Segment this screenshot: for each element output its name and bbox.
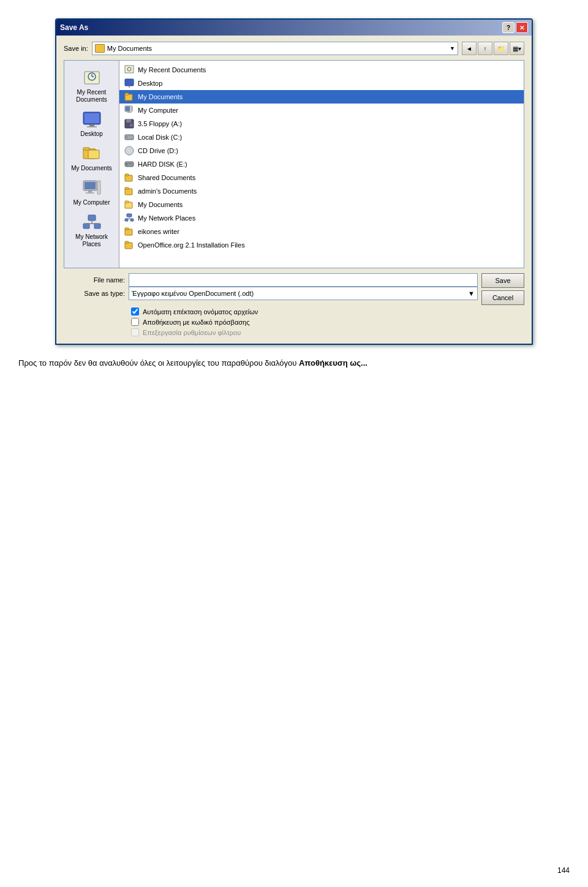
list-item[interactable]: My Recent Documents (119, 63, 524, 77)
list-item[interactable]: My Network Places (119, 211, 524, 225)
svg-rect-50 (130, 219, 134, 221)
svg-rect-25 (129, 86, 130, 88)
list-item[interactable]: Desktop (119, 77, 524, 90)
svg-rect-12 (85, 182, 96, 189)
filetype-dropdown-arrow: ▼ (468, 290, 475, 297)
svg-rect-6 (89, 124, 94, 126)
dropdown-arrow-icon: ▼ (450, 45, 455, 51)
localdisk-file-icon (124, 132, 134, 142)
svg-point-38 (128, 149, 130, 152)
help-button[interactable]: ? (502, 22, 514, 33)
page-number: 144 (557, 866, 570, 875)
sidebar-desktop-label: Desktop (80, 130, 103, 138)
svg-point-40 (126, 164, 128, 165)
sidebar-item-mycomp[interactable]: My Computer (67, 176, 116, 209)
cancel-button[interactable]: Cancel (481, 290, 524, 305)
save-in-dropdown[interactable]: My Documents ▼ (92, 42, 458, 55)
list-item[interactable]: Local Disk (C:) (119, 130, 524, 144)
autoext-checkbox[interactable] (131, 308, 139, 315)
svg-rect-14 (86, 192, 94, 194)
action-buttons: Save Cancel (481, 273, 524, 305)
file-list-panel[interactable]: My Recent Documents Desktop (119, 61, 524, 268)
views-button[interactable]: ▦▾ (510, 42, 524, 55)
title-bar: Save As ? ✕ (56, 20, 532, 36)
sidebar-mydocs-label: My Documents (71, 165, 112, 172)
harddisk-file-icon (124, 159, 134, 169)
list-item[interactable]: CD Drive (D:) (119, 144, 524, 157)
back-button[interactable]: ◄ (462, 42, 477, 55)
filetype-label: Save as type: (64, 290, 125, 297)
mycomp-icon (82, 178, 102, 198)
svg-rect-15 (97, 181, 100, 194)
mycomp-file-icon (124, 105, 134, 115)
network-file-icon (124, 213, 134, 223)
filename-row: File name: (64, 273, 478, 287)
save-as-dialog: Save As ? ✕ Save in: My Documents ▼ ◄ ↑ (55, 18, 533, 345)
list-item[interactable]: eikones writer (119, 225, 524, 238)
desktop-file-icon (124, 78, 134, 88)
up-folder-button[interactable]: ↑ (478, 42, 492, 55)
sidebar-item-mydocs[interactable]: My Documents (67, 142, 116, 175)
mydocs-icon (82, 144, 102, 164)
list-item-label: admin's Documents (138, 187, 197, 195)
sidebar-recent-label: My Recent Documents (68, 89, 115, 104)
svg-rect-41 (129, 164, 132, 164)
svg-rect-0 (85, 72, 99, 84)
list-item[interactable]: OpenOffice.org 2.1 Installation Files (119, 238, 524, 252)
svg-rect-48 (127, 214, 132, 217)
svg-rect-49 (125, 219, 128, 221)
filetype-row: Save as type: Έγγραφο κειμένου OpenDocum… (64, 287, 478, 300)
save-button[interactable]: Save (481, 273, 524, 288)
list-item[interactable]: HARD DISK (E:) (119, 157, 524, 171)
svg-rect-30 (127, 111, 130, 113)
save-in-value: My Documents (107, 45, 152, 52)
svg-rect-47 (125, 201, 129, 203)
title-bar-buttons: ? ✕ (502, 22, 528, 33)
filename-label: File name: (64, 276, 125, 284)
toolbar-buttons: ◄ ↑ 📁 ▦▾ (462, 42, 524, 55)
list-item[interactable]: My Documents (119, 198, 524, 211)
svg-rect-56 (125, 241, 129, 243)
svg-point-36 (126, 137, 128, 138)
desktop-icon (82, 110, 102, 129)
svg-rect-13 (88, 191, 92, 192)
list-item[interactable]: 3.5 Floppy (A:) (119, 117, 524, 130)
list-item-label: My Documents (138, 93, 183, 100)
list-item-selected[interactable]: My Documents (119, 90, 524, 104)
list-item-label: My Documents (138, 201, 183, 208)
recent-icon (82, 68, 102, 88)
list-item[interactable]: My Computer (119, 104, 524, 117)
autoext-checkbox-row: Αυτόματη επέκταση ονόματος αρχείων (131, 308, 524, 315)
svg-rect-43 (125, 174, 129, 176)
svg-rect-22 (125, 66, 134, 73)
fields-area: File name: Save as type: Έγγραφο κειμένο… (64, 273, 478, 300)
svg-rect-17 (83, 224, 89, 228)
svg-rect-18 (94, 224, 100, 228)
sidebar-item-desktop[interactable]: Desktop (67, 107, 116, 140)
sidebar-item-network[interactable]: My Network Places (67, 210, 116, 251)
folder-icon (95, 44, 105, 53)
list-item-label: OpenOffice.org 2.1 Installation Files (138, 241, 245, 249)
sidebar-network-label: My Network Places (68, 233, 115, 248)
save-in-bar: Save in: My Documents ▼ ◄ ↑ 📁 ▦▾ (64, 42, 524, 55)
sidebar-mycomp-label: My Computer (73, 199, 110, 206)
svg-rect-24 (125, 79, 134, 86)
filename-input[interactable] (129, 273, 478, 287)
list-item[interactable]: Shared Documents (119, 171, 524, 184)
caption-regular: Προς το παρόν δεν θα αναλυθούν όλες οι λ… (18, 358, 299, 368)
password-checkbox[interactable] (131, 318, 139, 326)
file-list: My Recent Documents Desktop (119, 61, 524, 254)
create-folder-button[interactable]: 📁 (494, 42, 508, 55)
list-item-label: My Computer (138, 107, 178, 114)
list-item[interactable]: admin's Documents (119, 184, 524, 198)
save-in-label: Save in: (64, 45, 88, 52)
list-item-label: HARD DISK (E:) (138, 160, 187, 168)
close-button[interactable]: ✕ (516, 22, 528, 33)
filter-checkbox-row: Επεξεργασία ρυθμίσεων φίλτρου (131, 328, 524, 336)
sidebar-item-recent[interactable]: My Recent Documents (67, 66, 116, 106)
list-item-label: My Network Places (138, 214, 195, 222)
main-area: My Recent Documents Desktop (64, 60, 524, 268)
filter-checkbox (131, 328, 139, 336)
password-label: Αποθήκευση με κωδικό πρόσβασης (143, 319, 250, 326)
filetype-select[interactable]: Έγγραφο κειμένου OpenDocument (.odt) ▼ (129, 287, 478, 300)
